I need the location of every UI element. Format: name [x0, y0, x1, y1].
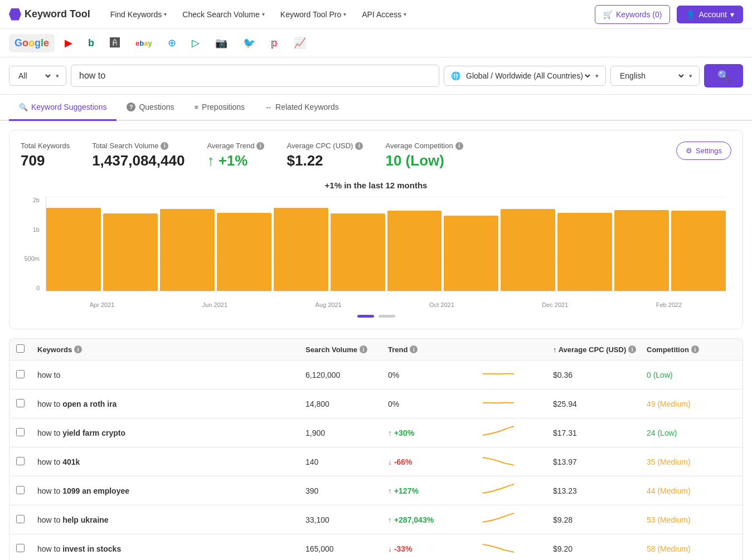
- stat-avg-trend: Average Trend i ↑ +1%: [207, 142, 264, 169]
- info-icon[interactable]: i: [355, 142, 363, 150]
- row-checkbox[interactable]: [16, 428, 25, 436]
- search-button[interactable]: 🔍: [704, 64, 743, 87]
- sparkline-cell: [482, 483, 549, 498]
- row-checkbox[interactable]: [16, 544, 25, 552]
- language-dropdown[interactable]: English ▾: [610, 66, 700, 86]
- chart-container: +1% in the last 12 months 2b 1b 500m 0 A…: [21, 181, 731, 318]
- stats-panel: Total Keywords 709 Total Search Volume i…: [9, 130, 743, 329]
- info-icon[interactable]: i: [360, 345, 367, 353]
- stats-row: Total Keywords 709 Total Search Volume i…: [21, 142, 731, 169]
- competition-cell: 53 (Medium): [647, 515, 736, 524]
- sparkline-cell: [482, 367, 549, 382]
- search-type-select[interactable]: All Phrase Exact: [16, 71, 52, 81]
- sparkline-cell: [482, 541, 549, 556]
- platform-tab-appstore[interactable]: ⊕: [162, 33, 182, 52]
- platform-tab-ebay[interactable]: ebay: [130, 36, 158, 51]
- settings-button[interactable]: ⚙ Settings: [676, 142, 731, 160]
- pinterest-icon: 𝕡: [271, 37, 278, 49]
- chart-bar: [331, 213, 385, 291]
- platform-tab-google[interactable]: Google: [9, 34, 55, 52]
- nav-keyword-tool-pro[interactable]: Keyword Tool Pro ▾: [274, 6, 353, 23]
- sparkline-svg: [482, 367, 515, 381]
- scroll-dot-1[interactable]: [357, 315, 374, 318]
- cpc-cell: $9.28: [553, 515, 642, 524]
- info-icon[interactable]: i: [74, 345, 82, 353]
- row-checkbox[interactable]: [16, 370, 25, 378]
- instagram-icon: 📷: [215, 37, 227, 49]
- platform-tab-instagram[interactable]: 📷: [210, 33, 233, 52]
- platform-tab-bing[interactable]: b: [83, 34, 100, 52]
- gear-icon: ⚙: [686, 147, 692, 155]
- nav-check-search-volume[interactable]: Check Search Volume ▾: [176, 6, 271, 23]
- search-bar: All Phrase Exact ▾ 🌐 Global / Worldwide …: [0, 57, 752, 95]
- chart-title: +1% in the last 12 months: [21, 181, 731, 190]
- chart-bar: [387, 211, 442, 291]
- row-checkbox[interactable]: [16, 457, 25, 465]
- info-icon[interactable]: i: [410, 345, 418, 353]
- row-checkbox[interactable]: [16, 399, 25, 407]
- tab-questions[interactable]: ? Questions: [117, 95, 184, 121]
- nav-find-keywords[interactable]: Find Keywords ▾: [104, 6, 174, 23]
- search-type-dropdown[interactable]: All Phrase Exact ▾: [9, 66, 66, 86]
- country-select[interactable]: Global / Worldwide (All Countries): [464, 71, 592, 81]
- chart-bar: [217, 213, 271, 291]
- table-row: how to help ukraine33,100↑ +287,043%$9.2…: [9, 505, 743, 534]
- search-volume-cell: 14,800: [305, 400, 384, 408]
- row-checkbox[interactable]: [16, 486, 25, 494]
- tab-prepositions[interactable]: ≡ Prepositions: [184, 95, 255, 121]
- tab-related-keywords[interactable]: ↔ Related Keywords: [255, 95, 349, 121]
- tab-keyword-suggestions[interactable]: 🔍 Keyword Suggestions: [9, 95, 117, 121]
- search-volume-cell: 6,120,000: [305, 371, 384, 379]
- google-icon: Google: [14, 37, 49, 49]
- keyword-cell: how to invest in stocks: [37, 544, 301, 553]
- scroll-dot-2[interactable]: [379, 315, 395, 318]
- cart-button[interactable]: 🛒 Keywords (0): [595, 5, 670, 24]
- platform-tabs: Google ▶ b 🅰 ebay ⊕ ▷ 📷 🐦 𝕡 📈: [0, 29, 752, 57]
- nav-api-access[interactable]: API Access ▾: [355, 6, 413, 23]
- keyword-cell: how to 401k: [37, 457, 301, 466]
- search-input[interactable]: [71, 65, 439, 87]
- row-checkbox[interactable]: [16, 515, 25, 523]
- sparkline-svg: [482, 541, 515, 554]
- language-select[interactable]: English: [618, 71, 686, 81]
- chart-bar: [274, 208, 328, 291]
- chart-bar: [160, 209, 215, 291]
- sparkline-cell: [482, 396, 549, 411]
- bing-icon: b: [88, 37, 94, 49]
- platform-tab-playstore[interactable]: ▷: [186, 33, 205, 52]
- chevron-down-icon: ▾: [164, 11, 167, 17]
- logo[interactable]: Keyword Tool: [9, 8, 90, 21]
- info-icon[interactable]: i: [455, 142, 463, 150]
- table-row: how to 6,120,0000%$0.360 (Low): [9, 360, 743, 389]
- chevron-down-icon: ▾: [730, 10, 734, 19]
- col-header-trend: Trend i: [388, 345, 477, 354]
- keyword-cell: how to 1099 an employee: [37, 486, 301, 495]
- platform-tab-pinterest[interactable]: 𝕡: [265, 33, 284, 52]
- competition-cell: 49 (Medium): [647, 400, 736, 408]
- search-volume-cell: 165,000: [305, 544, 384, 553]
- chevron-down-icon: ▾: [262, 11, 265, 17]
- chart-area: 2b 1b 500m 0 Apr 2021 Jun 2021 Aug 2021 …: [21, 197, 731, 308]
- info-icon[interactable]: i: [256, 142, 264, 150]
- platform-tab-trends[interactable]: 📈: [288, 33, 312, 52]
- chart-bar: [46, 208, 101, 291]
- tab-nav: 🔍 Keyword Suggestions ? Questions ≡ Prep…: [0, 95, 752, 121]
- sparkline-svg: [482, 425, 515, 439]
- platform-tab-twitter[interactable]: 🐦: [237, 33, 261, 52]
- platform-tab-youtube[interactable]: ▶: [59, 33, 78, 52]
- info-icon[interactable]: i: [628, 345, 636, 353]
- platform-tab-amazon[interactable]: 🅰: [104, 34, 125, 52]
- trend-cell: 0%: [388, 371, 477, 379]
- cpc-cell: $25.94: [553, 400, 642, 408]
- sparkline-svg: [482, 396, 515, 410]
- info-icon[interactable]: i: [161, 142, 168, 150]
- info-icon[interactable]: i: [691, 345, 699, 353]
- select-all-checkbox-cell: [16, 344, 33, 354]
- avg-trend-value: ↑ +1%: [207, 152, 264, 169]
- cpc-cell: $13.97: [553, 457, 642, 466]
- country-dropdown[interactable]: 🌐 Global / Worldwide (All Countries) ▾: [444, 66, 606, 86]
- youtube-icon: ▶: [65, 37, 72, 49]
- select-all-checkbox[interactable]: [16, 344, 25, 353]
- cart-label: Keywords (0): [616, 10, 662, 19]
- account-button[interactable]: 👤 Account ▾: [677, 6, 743, 23]
